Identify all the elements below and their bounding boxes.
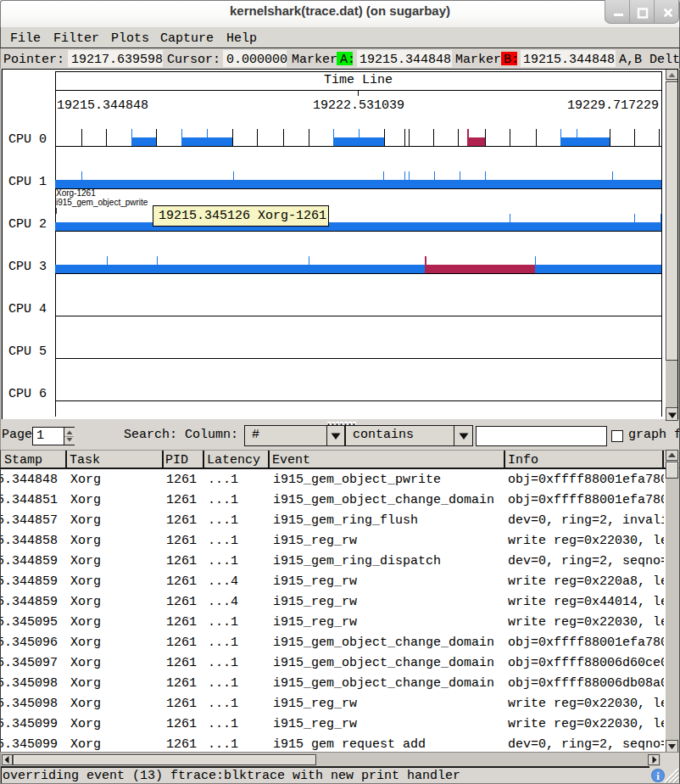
svg-text:i: i <box>656 770 660 782</box>
